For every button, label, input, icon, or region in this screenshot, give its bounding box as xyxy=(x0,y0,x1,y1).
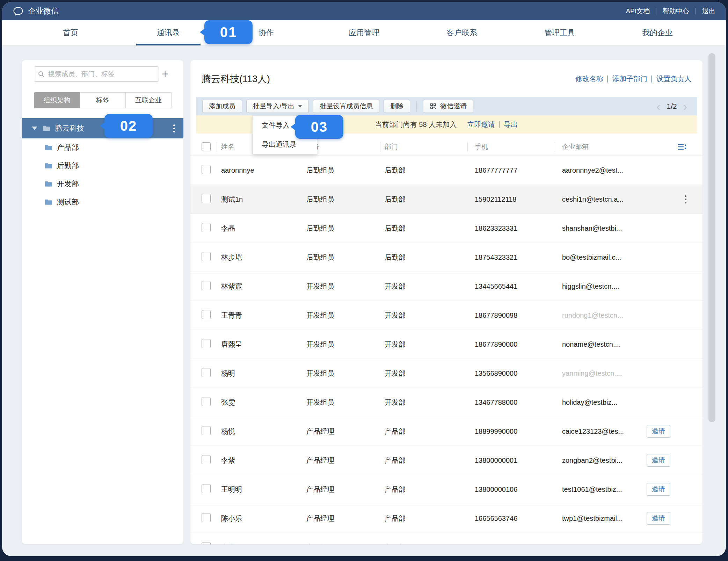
column-header-email: 企业邮箱 xyxy=(559,138,647,156)
cell-name: 杨悦 xyxy=(221,427,306,436)
cell-title: 产品经理 xyxy=(306,456,385,465)
table-row: 李晶 后勤组员 后勤部 18623323331 shanshan@testbi.… xyxy=(190,214,702,243)
wechat-invite-button[interactable]: 微信邀请 xyxy=(423,100,473,113)
page-next-icon[interactable]: › xyxy=(683,100,687,112)
row-checkbox[interactable] xyxy=(202,165,211,174)
nav-tab[interactable]: 客户联系 xyxy=(413,20,511,45)
folder-icon xyxy=(44,163,53,169)
column-settings-icon[interactable] xyxy=(677,143,687,151)
caret-down-icon[interactable] xyxy=(32,127,37,130)
brand: 企业微信 xyxy=(13,6,59,16)
batch-set-info-button[interactable]: 批量设置成员信息 xyxy=(313,100,379,113)
invite-button[interactable]: 邀请 xyxy=(647,512,670,525)
brand-name: 企业微信 xyxy=(28,6,59,16)
cell-email: yanming@testcn.... xyxy=(559,369,647,377)
cell-name: 李紫 xyxy=(221,456,306,465)
app-window: 企业微信 API文档帮助中心退出 首页通讯录协作应用管理客户联系管理工具我的企业… xyxy=(2,2,726,556)
row-checkbox[interactable] xyxy=(202,513,211,522)
step-badge-01: 01 xyxy=(204,20,253,44)
cell-name: 王青青 xyxy=(221,311,306,320)
select-all-checkbox[interactable] xyxy=(202,142,211,151)
topbar-link[interactable]: 帮助中心 xyxy=(663,7,689,16)
cell-dept: 开发部 xyxy=(385,340,472,349)
table-row: 唐熙呈 开发组员 开发部 18677890000 noname@testcn..… xyxy=(190,330,702,359)
batch-import-export-button[interactable]: 批量导入/导出 xyxy=(246,100,309,113)
tree-node-child[interactable]: 开发部 xyxy=(22,175,183,193)
row-checkbox[interactable] xyxy=(202,426,211,435)
delete-button[interactable]: 删除 xyxy=(384,100,410,113)
cell-name: 林紫宸 xyxy=(221,282,306,291)
topbar-link[interactable]: API文档 xyxy=(626,7,650,16)
cell-phone: 13800000001 xyxy=(472,456,559,465)
cell-email: ceshi1n@testcn.a... xyxy=(559,195,647,203)
nav-tab[interactable]: 我的企业 xyxy=(609,20,706,45)
table-row: aaronnnye 后勤组员 后勤部 18677777777 aaronnnye… xyxy=(190,156,702,185)
topbar-link[interactable]: 退出 xyxy=(702,7,715,16)
cell-email: zongban2@testbi... xyxy=(559,456,647,465)
sidebar-tab[interactable]: 互联企业 xyxy=(126,92,172,108)
row-checkbox[interactable] xyxy=(202,455,211,464)
tree-node-child[interactable]: 测试部 xyxy=(22,193,183,211)
row-checkbox[interactable] xyxy=(202,484,211,493)
cell-email: noname@testcn.... xyxy=(559,340,647,348)
tree-node-label: 腾云科技 xyxy=(55,123,84,133)
row-checkbox[interactable] xyxy=(202,339,211,348)
step-badge-02: 02 xyxy=(104,114,153,138)
export-link[interactable]: 导出 xyxy=(504,120,518,129)
cell-name: 李少卿 xyxy=(221,543,306,545)
table-row: 林步垲 后勤组员 后勤部 18754323321 bo@testbizmail.… xyxy=(190,243,702,272)
qr-code-icon xyxy=(430,103,437,110)
tree-more-icon[interactable] xyxy=(172,123,176,134)
add-member-button[interactable]: 添加成员 xyxy=(202,100,242,113)
tree-node-label: 开发部 xyxy=(57,179,79,189)
row-checkbox[interactable] xyxy=(202,252,211,261)
row-checkbox[interactable] xyxy=(202,281,211,290)
nav-tab[interactable]: 应用管理 xyxy=(315,20,413,45)
row-checkbox[interactable] xyxy=(202,194,211,203)
tree-node-child[interactable]: 后勤部 xyxy=(22,157,183,175)
invite-now-link[interactable]: 立即邀请 xyxy=(467,120,495,129)
row-checkbox[interactable] xyxy=(202,223,211,232)
page-indicator: 1/2 xyxy=(667,102,677,110)
row-more-icon[interactable] xyxy=(683,194,688,205)
sidebar-tab[interactable]: 标签 xyxy=(80,92,126,108)
cell-phone: 16656563746 xyxy=(472,515,559,523)
department-action-link[interactable]: 设置负责人 xyxy=(656,74,691,84)
toolbar-divider xyxy=(416,101,417,112)
folder-icon xyxy=(44,199,53,206)
invite-button[interactable]: 邀请 xyxy=(647,425,670,438)
cell-email: caice123123@tes... xyxy=(559,427,647,436)
search-input[interactable] xyxy=(34,66,159,82)
department-action-link[interactable]: 添加子部门 xyxy=(612,74,647,84)
cell-phone: 18754323321 xyxy=(472,253,559,261)
row-checkbox[interactable] xyxy=(202,397,211,406)
cell-title: 产品经理 xyxy=(306,485,385,494)
nav-tab[interactable]: 管理工具 xyxy=(511,20,609,45)
cell-email: twp1@testbizmail... xyxy=(559,515,647,523)
cell-email: test1061@testbiz... xyxy=(559,486,647,494)
sidebar-tab[interactable]: 组织架构 xyxy=(34,92,80,108)
member-table-body: aaronnnye 后勤组员 后勤部 18677777777 aaronnnye… xyxy=(190,156,702,544)
primary-nav: 首页通讯录协作应用管理客户联系管理工具我的企业 xyxy=(2,20,726,46)
page-scrollbar[interactable] xyxy=(708,53,715,422)
member-toolbar: 添加成员 批量导入/导出 批量设置成员信息 删除 微信邀请 xyxy=(196,97,697,115)
column-header-phone: 手机 xyxy=(472,138,559,156)
row-checkbox[interactable] xyxy=(202,542,211,545)
tree-node-child[interactable]: 产品部 xyxy=(22,138,183,157)
page-prev-icon[interactable]: ‹ xyxy=(656,100,660,112)
cell-name: aaronnnye xyxy=(221,166,306,174)
folder-icon xyxy=(44,181,53,187)
table-row: 王明明 产品经理 产品部 13800000106 test1061@testbi… xyxy=(190,475,702,504)
cell-dept: 产品部 xyxy=(385,485,472,494)
tree-node-label: 测试部 xyxy=(57,197,79,207)
cell-title: 开发组员 xyxy=(306,282,385,291)
cell-name: 测试1n xyxy=(221,195,306,204)
add-department-button[interactable]: + xyxy=(159,68,172,80)
cell-name: 李晶 xyxy=(221,224,306,233)
invite-button[interactable]: 邀请 xyxy=(647,483,670,496)
row-checkbox[interactable] xyxy=(202,368,211,377)
nav-tab[interactable]: 首页 xyxy=(22,20,119,45)
row-checkbox[interactable] xyxy=(202,310,211,319)
invite-button[interactable]: 邀请 xyxy=(647,454,670,467)
department-action-link[interactable]: 修改名称 xyxy=(575,74,603,84)
